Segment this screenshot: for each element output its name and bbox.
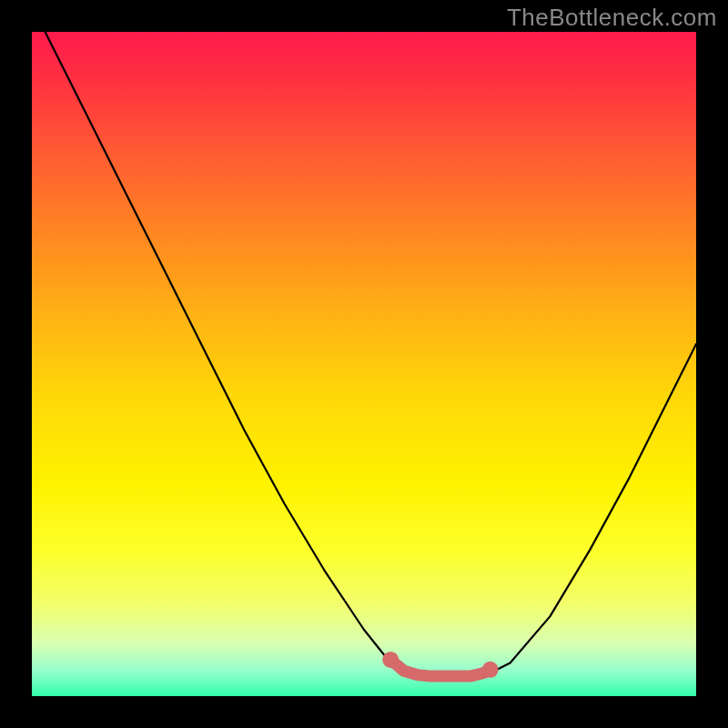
optimal-band-highlight [390, 660, 490, 676]
chart-svg [32, 32, 696, 696]
watermark-text: TheBottleneck.com [507, 4, 717, 32]
chart-container: TheBottleneck.com [0, 0, 728, 728]
marker-endpoint [382, 652, 399, 668]
bottleneck-curve-line [46, 32, 696, 676]
plot-area [32, 32, 696, 696]
marker-endpoint [482, 662, 499, 678]
